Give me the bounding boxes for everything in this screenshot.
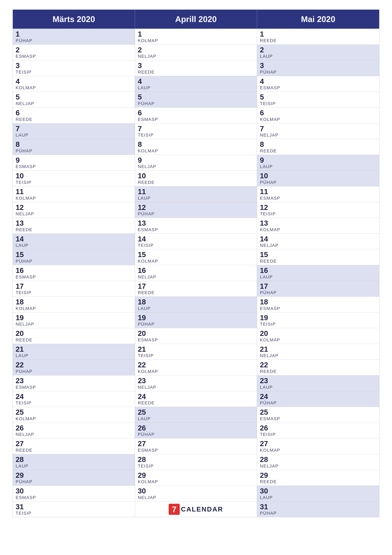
day-name: PÜHAP <box>16 259 132 264</box>
day-number: 6 <box>260 109 376 117</box>
day-name: KOLMAP <box>16 196 132 201</box>
day-number: 18 <box>260 298 376 306</box>
day-name: REEDE <box>16 337 132 343</box>
month-header-1: Aprill 2020 <box>135 10 257 29</box>
day-name: ESMASP <box>16 54 132 59</box>
day-number: 15 <box>138 251 254 259</box>
day-number: 10 <box>260 172 376 180</box>
day-name: TEISIP <box>260 432 376 437</box>
day-name: KOLMAP <box>260 448 376 453</box>
day-name: NELJAP <box>260 464 376 469</box>
day-name: NELJAP <box>16 432 132 437</box>
day-name: PÜHAP <box>260 511 376 516</box>
day-name: PÜHAP <box>16 148 132 153</box>
day-name: LAUP <box>138 196 254 201</box>
day-name: PÜHAP <box>16 479 132 484</box>
day-number: 27 <box>16 440 132 448</box>
day-number: 14 <box>260 235 376 243</box>
day-name: LAUP <box>138 306 254 311</box>
day-name: KOLMAP <box>16 85 132 90</box>
day-number: 22 <box>138 361 254 369</box>
day-row: 7NELJAP <box>257 124 379 139</box>
day-number: 25 <box>260 408 376 416</box>
day-name: TEISIP <box>260 211 376 216</box>
day-row: 2ESMASP <box>13 45 135 60</box>
day-row: 26TEISIP <box>257 423 379 438</box>
day-name: ESMASP <box>138 227 254 232</box>
day-row: 3PÜHAP <box>257 60 379 76</box>
day-row: 6REEDE <box>13 108 135 124</box>
day-row: 10TEISIP <box>13 171 135 186</box>
day-name: ESMASP <box>16 385 132 390</box>
day-name: PÜHAP <box>138 432 254 437</box>
day-number: 15 <box>16 251 132 259</box>
day-name: PÜHAP <box>138 322 254 327</box>
day-row: 24PÜHAP <box>257 391 379 407</box>
day-name: LAUP <box>16 132 132 138</box>
day-row: 17TEISIP <box>13 281 135 297</box>
day-row: 11ESMASP <box>257 186 379 202</box>
day-row: 19NELJAP <box>13 313 135 328</box>
day-name: REEDE <box>260 38 376 43</box>
day-row: 1PÜHAP <box>13 29 135 45</box>
day-row: 30LAUP <box>257 486 379 502</box>
day-name: NELJAP <box>138 275 254 280</box>
day-number: 28 <box>260 455 376 464</box>
day-row: 22REEDE <box>257 360 379 375</box>
day-name: ESMASP <box>260 85 376 90</box>
day-number: 26 <box>138 424 254 432</box>
day-row: 14TEISIP <box>135 234 257 249</box>
day-row: 18LAUP <box>135 297 257 313</box>
day-name: KOLMAP <box>138 259 254 264</box>
day-row: 3REEDE <box>135 60 257 76</box>
day-name: ESMASP <box>16 164 132 169</box>
day-name: ESMASP <box>138 337 254 343</box>
day-name: TEISIP <box>138 243 254 248</box>
day-row: 28NELJAP <box>257 454 379 470</box>
day-name: REEDE <box>260 479 376 484</box>
day-number: 27 <box>138 440 254 448</box>
day-row: 29KOLMAP <box>135 470 257 486</box>
day-number: 26 <box>16 424 132 432</box>
day-name: ESMASP <box>16 275 132 280</box>
day-number: 7 <box>260 125 376 133</box>
day-name: REEDE <box>260 259 376 264</box>
day-name: LAUP <box>138 416 254 421</box>
day-row: 21NELJAP <box>257 344 379 360</box>
day-name: PÜHAP <box>16 369 132 374</box>
day-row: 4KOLMAP <box>13 76 135 92</box>
day-name: KOLMAP <box>260 337 376 343</box>
day-row: 15REEDE <box>257 249 379 265</box>
day-number: 3 <box>260 62 376 70</box>
day-number: 21 <box>16 345 132 353</box>
day-row: 6KOLMAP <box>257 108 379 124</box>
logo-cell: 7CALENDAR <box>135 502 257 517</box>
day-name: KOLMAP <box>260 117 376 122</box>
day-row: 30NELJAP <box>135 486 257 502</box>
day-name: NELJAP <box>138 164 254 169</box>
day-name: NELJAP <box>260 243 376 248</box>
day-name: NELJAP <box>16 211 132 216</box>
calendar-grid: Märts 2020Aprill 2020Mai 20201PÜHAP1KOLM… <box>13 9 379 517</box>
day-name: ESMASP <box>138 117 254 122</box>
day-row: 26PÜHAP <box>135 423 257 438</box>
day-number: 2 <box>260 46 376 54</box>
day-name: LAUP <box>260 495 376 500</box>
day-number: 28 <box>16 455 132 464</box>
day-row: 8PÜHAP <box>13 139 135 155</box>
day-name: PÜHAP <box>260 401 376 405</box>
day-number: 25 <box>138 408 254 416</box>
day-name: LAUP <box>138 85 254 90</box>
day-row: 20REEDE <box>13 328 135 344</box>
day-name: PÜHAP <box>260 290 376 295</box>
day-name: TEISIP <box>138 464 254 469</box>
day-name: TEISIP <box>16 401 132 405</box>
day-row: 7LAUP <box>13 124 135 139</box>
day-row: 27ESMASP <box>135 438 257 454</box>
day-number: 19 <box>138 314 254 322</box>
day-number: 11 <box>260 188 376 196</box>
day-row: 9ESMASP <box>13 155 135 171</box>
day-number: 23 <box>260 377 376 385</box>
day-name: REEDE <box>138 70 254 75</box>
day-name: REEDE <box>138 180 254 185</box>
